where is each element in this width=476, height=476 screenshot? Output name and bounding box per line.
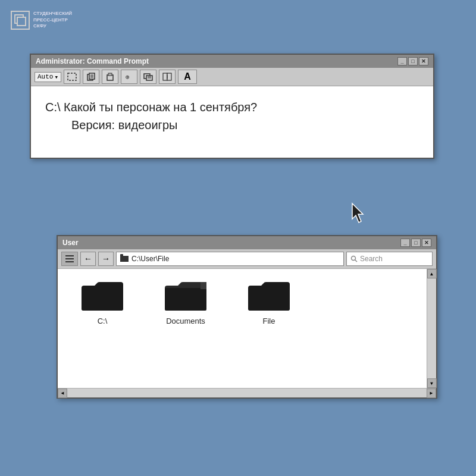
- folder-c-drive[interactable]: C:\: [76, 281, 129, 325]
- explorer-controls: _ □ ✕: [400, 239, 431, 247]
- scroll-left-button[interactable]: ◀: [58, 389, 67, 398]
- cmd-close-button[interactable]: ✕: [419, 57, 428, 65]
- paste-button[interactable]: [102, 70, 118, 84]
- svg-line-20: [355, 260, 357, 262]
- explorer-window: User _ □ ✕ ← → C:\User\File Search: [57, 235, 437, 399]
- move-button[interactable]: ⊕: [121, 70, 137, 84]
- svg-rect-2: [68, 73, 76, 80]
- cmd-content: C:\ Какой ты персонаж на 1 сентября? Вер…: [31, 86, 433, 158]
- folder-file-icon: [248, 281, 290, 312]
- cmd-titlebar: Administrator: Command Prompt _ □ ✕: [31, 55, 433, 68]
- scrollbar-bottom[interactable]: ◀ ▶: [58, 388, 436, 397]
- svg-marker-18: [352, 203, 363, 223]
- svg-rect-9: [108, 73, 112, 76]
- address-bar[interactable]: C:\User\File: [116, 252, 344, 266]
- cmd-title: Administrator: Command Prompt: [36, 57, 149, 65]
- logo: СТУДЕНЧЕСКИЙ ПРЕСС-ЦЕНТР СКФУ: [11, 11, 72, 30]
- address-folder-icon: [120, 256, 129, 262]
- cmd-line1: C:\ Какой ты персонаж на 1 сентября?: [45, 98, 419, 116]
- svg-rect-23: [248, 288, 290, 311]
- cmd-toolbar: Auto ▾ ⊕: [31, 68, 433, 86]
- folder-c-icon: [82, 281, 123, 312]
- folder-file-label: File: [263, 317, 275, 325]
- logo-icon: [11, 11, 30, 30]
- svg-rect-15: [163, 73, 167, 80]
- insert-button[interactable]: [159, 70, 176, 84]
- explorer-content: C:\ Documents File: [58, 269, 436, 388]
- search-placeholder: Search: [360, 255, 383, 263]
- copy-button[interactable]: [83, 70, 99, 84]
- svg-rect-1: [17, 17, 26, 26]
- back-button[interactable]: ←: [80, 252, 96, 266]
- scroll-up-button[interactable]: ▲: [427, 269, 437, 278]
- cmd-restore-button[interactable]: □: [408, 57, 418, 65]
- search-icon: [350, 255, 358, 262]
- auto-select[interactable]: Auto ▾: [35, 72, 61, 82]
- folder-documents-icon: [165, 281, 206, 312]
- explorer-close-button[interactable]: ✕: [422, 239, 431, 247]
- forward-button[interactable]: →: [98, 252, 114, 266]
- svg-text:⊕: ⊕: [126, 74, 130, 81]
- folder-c-label: C:\: [98, 317, 108, 325]
- properties-button[interactable]: [140, 70, 156, 84]
- svg-point-19: [352, 256, 356, 261]
- explorer-body: C:\ Documents File: [58, 269, 436, 388]
- address-text: C:\User\File: [131, 255, 169, 263]
- explorer-titlebar: User _ □ ✕: [58, 236, 436, 249]
- cmd-window: Administrator: Command Prompt _ □ ✕ Auto…: [30, 54, 434, 159]
- svg-rect-21: [82, 288, 123, 311]
- hamburger-menu-button[interactable]: [61, 252, 78, 266]
- scroll-down-button[interactable]: ▼: [427, 378, 437, 388]
- svg-rect-16: [167, 73, 171, 80]
- cmd-controls: _ □ ✕: [397, 57, 428, 65]
- folder-documents-label: Documents: [166, 317, 205, 325]
- cmd-line2: Версия: видеоигры: [45, 116, 419, 134]
- explorer-minimize-button[interactable]: _: [400, 239, 410, 247]
- selection-tool-button[interactable]: [64, 70, 80, 84]
- cmd-minimize-button[interactable]: _: [397, 57, 407, 65]
- logo-text: СТУДЕНЧЕСКИЙ ПРЕСС-ЦЕНТР СКФУ: [33, 11, 72, 29]
- folder-documents[interactable]: Documents: [159, 281, 212, 325]
- explorer-restore-button[interactable]: □: [411, 239, 421, 247]
- folder-file[interactable]: File: [242, 281, 296, 325]
- scrollbar-right[interactable]: ▲ ▼: [427, 269, 436, 388]
- explorer-title: User: [62, 239, 79, 247]
- font-button[interactable]: A: [178, 70, 197, 84]
- scroll-right-button[interactable]: ▶: [427, 389, 436, 398]
- svg-rect-22: [165, 288, 206, 311]
- search-bar[interactable]: Search: [346, 252, 433, 266]
- explorer-toolbar: ← → C:\User\File Search: [58, 249, 436, 269]
